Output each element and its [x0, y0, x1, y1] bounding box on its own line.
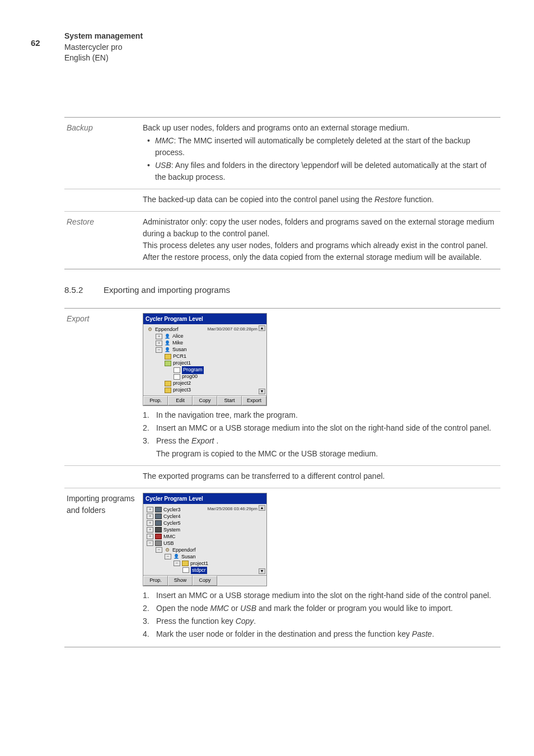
import-step-4: Mark the user node or folder in the dest…: [156, 628, 495, 640]
page-header: System management Mastercycler pro Engli…: [64, 31, 500, 64]
import-step-2: Open the node MMC or USB and mark the fo…: [156, 603, 495, 614]
scroll-up-icon[interactable]: ▲: [259, 505, 265, 511]
shot2-btn-copy[interactable]: Copy: [193, 576, 217, 586]
tree-mmc[interactable]: +MMC: [146, 533, 264, 540]
tree-user-mike[interactable]: +Mike: [146, 340, 264, 347]
export-step-2: Insert an MMC or a USB storage medium in…: [156, 422, 495, 434]
tree-cycler4[interactable]: +Cycler4: [146, 513, 264, 520]
shot2-timestamp: Mar/25/2008 03:46:29pm: [208, 506, 257, 512]
restore-desc: Administrator only: copy the user nodes,…: [143, 211, 500, 269]
section-number: 8.5.2: [64, 285, 104, 295]
export-step-1: In the navigation tree, mark the program…: [156, 409, 495, 421]
screenshot-import: Cycler Program Level Mar/25/2008 03:46:2…: [143, 493, 267, 586]
backup-note: The backed-up data can be copied into th…: [143, 189, 500, 211]
shot1-btn-edit[interactable]: Edit: [168, 396, 193, 406]
shot1-btn-copy[interactable]: Copy: [193, 396, 217, 406]
tree-usb[interactable]: −USB: [146, 540, 264, 547]
backup-restore-table: Backup Back up user nodes, folders and p…: [64, 117, 500, 269]
restore-fn-em: Restore: [374, 195, 402, 204]
import-label: Importing programs and folders: [64, 488, 143, 647]
tree-user-susan[interactable]: −Susan: [146, 347, 264, 353]
tree-cycler5[interactable]: +Cycler5: [146, 520, 264, 526]
tree-usb-susan[interactable]: −Susan: [146, 553, 264, 560]
shot2-btn-show[interactable]: Show: [168, 576, 193, 586]
export-step-3: Press the Export .: [156, 435, 495, 447]
backup-intro: Back up user nodes, folders and programs…: [143, 122, 495, 134]
tree-usb-project1[interactable]: −project1: [146, 560, 264, 567]
tree-doc-prog00[interactable]: prog00: [146, 374, 264, 380]
backup-desc: Back up user nodes, folders and programs…: [143, 117, 500, 189]
shot1-btn-start[interactable]: Start: [217, 396, 242, 406]
tree-system[interactable]: +System: [146, 526, 264, 533]
header-title: System management: [64, 31, 500, 42]
tree-usb-stdpcr[interactable]: stdpcr: [146, 567, 264, 573]
shot1-btn-prop[interactable]: Prop.: [143, 396, 168, 406]
tree-folder-project2[interactable]: project2: [146, 380, 264, 387]
scroll-down-icon[interactable]: ▼: [259, 389, 265, 394]
tree-doc-program[interactable]: Program: [146, 367, 264, 374]
page-number: 62: [31, 38, 40, 48]
shot1-timestamp: Mar/30/2007 02:08:28pm: [208, 326, 257, 333]
shot1-btn-export[interactable]: Export: [242, 396, 266, 406]
backup-label: Backup: [64, 117, 143, 189]
tree-folder-project1[interactable]: project1: [146, 360, 264, 367]
tree-user-alice[interactable]: +Alice: [146, 333, 264, 340]
scroll-up-icon[interactable]: ▲: [259, 325, 265, 331]
backup-usb-em: USB: [155, 161, 171, 170]
screenshot-export: Cycler Program Level Mar/30/2007 02:08:2…: [143, 313, 267, 407]
tree-usb-eppendorf[interactable]: −Eppendorf: [146, 547, 264, 553]
import-steps: 1.Insert an MMC or a USB storage medium …: [143, 590, 495, 640]
export-steps: 1.In the navigation tree, mark the progr…: [143, 409, 495, 460]
export-note: The exported programs can be transferred…: [143, 466, 500, 488]
backup-mmc-text: : The MMC inserted will automatically be…: [155, 136, 470, 157]
header-lang: English (EN): [64, 53, 500, 64]
backup-mmc-em: MMC: [155, 136, 174, 145]
tree-folder-pcr1[interactable]: PCR1: [146, 353, 264, 360]
shot2-title: Cycler Program Level: [143, 493, 266, 504]
section-heading: 8.5.2 Exporting and importing programs: [64, 285, 500, 295]
import-step-1: Insert an MMC or a USB storage medium in…: [156, 590, 495, 601]
backup-usb-text: : Any files and folders in the directory…: [155, 161, 486, 181]
header-product: Mastercycler pro: [64, 42, 500, 53]
scroll-down-icon[interactable]: ▼: [259, 568, 265, 574]
export-import-table: Export Cycler Program Level Mar/30/2007 …: [64, 308, 500, 647]
export-label: Export: [67, 314, 89, 323]
shot2-btn-prop[interactable]: Prop.: [143, 576, 168, 586]
restore-label: Restore: [64, 211, 143, 269]
shot1-title: Cycler Program Level: [143, 314, 266, 324]
section-title: Exporting and importing programs: [104, 285, 230, 295]
import-step-3: Press the function key Copy.: [156, 615, 495, 627]
export-step-3-sub: The program is copied to the MMC or the …: [143, 448, 495, 460]
tree-folder-project3[interactable]: project3: [146, 387, 264, 394]
